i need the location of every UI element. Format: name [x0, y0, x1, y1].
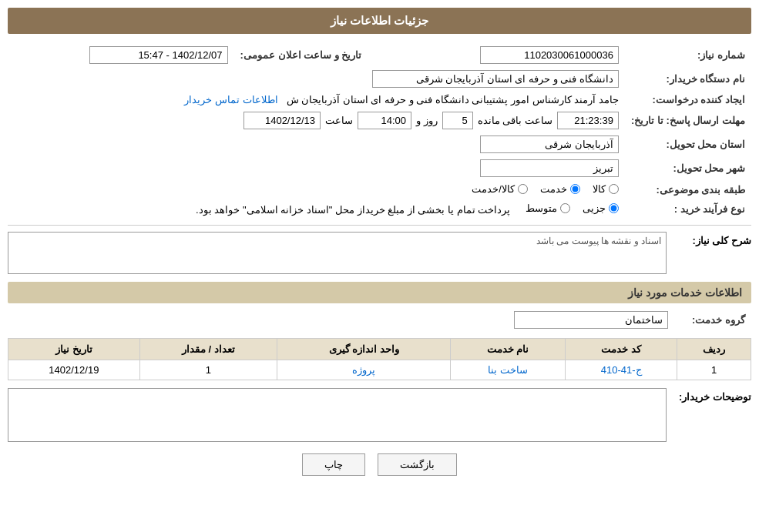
- cell-unit: پروژه: [277, 360, 451, 380]
- category-label: طبقه بندی موضوعی:: [625, 180, 751, 199]
- cell-name: ساخت بنا: [451, 360, 566, 380]
- province-value: آذربایجان شرقی: [8, 132, 625, 156]
- description-section: شرح کلی نیاز: اسناد و نقشه ها پیوست می ب…: [8, 232, 751, 274]
- info-table-top: شماره نیاز: 1102030061000036 تاریخ و ساع…: [8, 43, 751, 219]
- radio-jozi[interactable]: [609, 203, 619, 213]
- back-button[interactable]: بازگشت: [378, 453, 457, 476]
- category-radios: کالا/خدمت خدمت کالا: [8, 180, 625, 199]
- description-text: اسناد و نقشه ها پیوست می باشد: [536, 236, 661, 246]
- buyer-org-value: دانشگاه فنی و حرفه ای استان آذربایجان شر…: [8, 67, 625, 91]
- cell-date: 1402/12/19: [8, 360, 140, 380]
- deadline-time: 14:00: [358, 112, 411, 129]
- service-group-table: گروه خدمت: ساختمان: [8, 308, 751, 332]
- page-wrapper: جزئیات اطلاعات نیاز شماره نیاز: 11020300…: [0, 0, 759, 532]
- creator-label: ایجاد کننده درخواست:: [625, 91, 751, 109]
- col-header-3: نام خدمت: [451, 339, 566, 360]
- province-box: آذربایجان شرقی: [480, 136, 619, 153]
- buyer-notes-label: توضیحات خریدار:: [674, 388, 751, 403]
- print-button[interactable]: چاپ: [302, 453, 365, 476]
- col-header-1: ردیف: [677, 339, 751, 360]
- page-header: جزئیات اطلاعات نیاز: [8, 8, 751, 34]
- deadline-days: 5: [442, 112, 473, 129]
- radio-khedmat[interactable]: [570, 184, 580, 194]
- purchase-type-label: نوع فرآیند خرید :: [625, 199, 751, 219]
- need-number-box: 1102030061000036: [480, 46, 619, 64]
- button-row: بازگشت چاپ: [8, 453, 751, 476]
- divider-1: [8, 225, 751, 226]
- purchase-motevaset: متوسط: [526, 202, 570, 214]
- description-value: اسناد و نقشه ها پیوست می باشد: [8, 232, 667, 274]
- col-header-2: کد خدمت: [566, 339, 677, 360]
- col-header-6: تاریخ نیاز: [8, 339, 140, 360]
- city-box: تبریز: [480, 159, 619, 177]
- buyer-notes-section: توضیحات خریدار:: [8, 388, 751, 444]
- deadline-time-label: ساعت: [325, 115, 353, 126]
- city-label: شهر محل تحویل:: [625, 156, 751, 180]
- creator-value: جامد آرمند کارشناس امور پشتیبانی دانشگاه…: [8, 91, 625, 109]
- deadline-row: 1402/12/13 ساعت 14:00 روز و 5 ساعت باقی …: [8, 109, 625, 132]
- radio-kala[interactable]: [609, 184, 619, 194]
- table-row: 1 ج-41-410 ساخت بنا پروژه 1 1402/12/19: [8, 360, 751, 380]
- category-kala: کالا: [593, 183, 619, 195]
- announce-label: تاریخ و ساعت اعلان عمومی:: [234, 43, 368, 67]
- creator-name: جامد آرمند کارشناس امور پشتیبانی دانشگاه…: [287, 94, 619, 105]
- need-number-label: شماره نیاز:: [625, 43, 751, 67]
- service-group-label: گروه خدمت:: [674, 308, 751, 332]
- service-group-value: ساختمان: [8, 308, 674, 332]
- category-khedmat: خدمت: [540, 183, 580, 195]
- radio-kala-khedmat[interactable]: [518, 184, 528, 194]
- cell-code: ج-41-410: [566, 360, 677, 380]
- deadline-days-label: روز و: [416, 115, 438, 126]
- city-value: تبریز: [8, 156, 625, 180]
- purchase-jozi: جزیی: [583, 202, 619, 214]
- service-group-box: ساختمان: [514, 311, 668, 329]
- col-header-4: واحد اندازه گیری: [277, 339, 451, 360]
- creator-link[interactable]: اطلاعات تماس خریدار: [184, 94, 277, 105]
- buyer-notes-textarea[interactable]: [8, 388, 667, 442]
- services-section-header: اطلاعات خدمات مورد نیاز: [8, 282, 751, 303]
- deadline-remaining: 21:23:39: [557, 112, 619, 129]
- deadline-date: 1402/12/13: [243, 112, 321, 129]
- category-kala-khedmat: کالا/خدمت: [472, 183, 528, 195]
- deadline-label: مهلت ارسال پاسخ: تا تاریخ:: [625, 109, 751, 132]
- description-label: شرح کلی نیاز:: [674, 232, 751, 246]
- col-header-5: تعداد / مقدار: [139, 339, 277, 360]
- services-table: ردیف کد خدمت نام خدمت واحد اندازه گیری ت…: [8, 338, 751, 380]
- announce-box: 1402/12/07 - 15:47: [89, 46, 228, 64]
- province-label: استان محل تحویل:: [625, 132, 751, 156]
- purchase-type-note: پرداخت تمام یا بخشی از مبلغ خریداز محل "…: [196, 204, 510, 216]
- buyer-org-box: دانشگاه فنی و حرفه ای استان آذربایجان شر…: [372, 70, 619, 88]
- purchase-type-row: متوسط جزیی پرداخت تمام یا بخشی از مبلغ خ…: [8, 199, 625, 219]
- header-title: جزئیات اطلاعات نیاز: [331, 14, 428, 27]
- deadline-remaining-label: ساعت باقی مانده: [478, 115, 552, 126]
- radio-motevaset[interactable]: [560, 203, 570, 213]
- need-number-value: 1102030061000036: [398, 43, 625, 67]
- announce-value: 1402/12/07 - 15:47: [8, 43, 234, 67]
- buyer-org-label: نام دستگاه خریدار:: [625, 67, 751, 91]
- cell-row: 1: [677, 360, 751, 380]
- cell-qty: 1: [139, 360, 277, 380]
